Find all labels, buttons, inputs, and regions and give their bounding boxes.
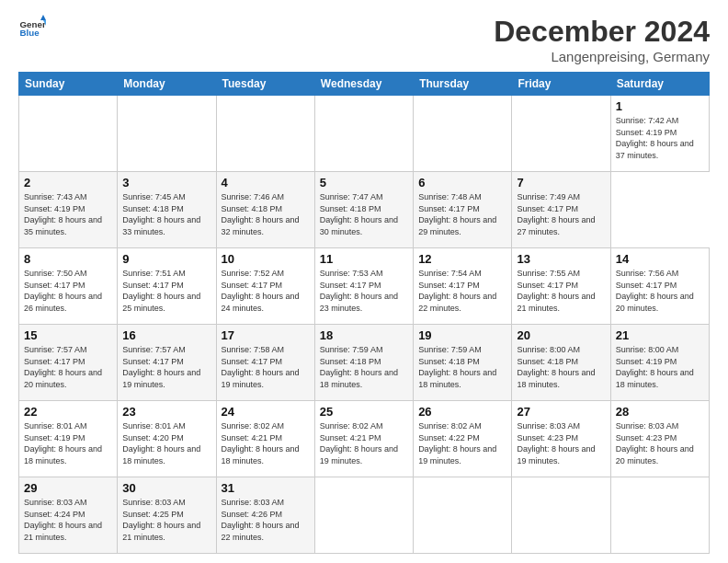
calendar-empty-cell (610, 477, 709, 554)
day-number: 9 (122, 252, 210, 266)
logo-icon: General Blue (18, 15, 46, 42)
day-number: 15 (24, 328, 112, 342)
calendar-empty-cell (512, 477, 610, 554)
calendar-empty-cell (512, 96, 610, 172)
calendar-day-cell: 7 Sunrise: 7:49 AMSunset: 4:17 PMDayligh… (512, 172, 610, 248)
location-title: Langenpreising, Germany (494, 49, 710, 64)
day-number: 22 (24, 405, 112, 419)
calendar-day-cell: 11 Sunrise: 7:53 AMSunset: 4:17 PMDaylig… (314, 248, 413, 325)
day-info: Sunrise: 7:45 AMSunset: 4:18 PMDaylight:… (122, 192, 200, 236)
calendar-day-cell: 12 Sunrise: 7:54 AMSunset: 4:17 PMDaylig… (414, 248, 512, 325)
calendar-day-cell: 26 Sunrise: 8:02 AMSunset: 4:22 PMDaylig… (414, 401, 512, 477)
calendar-day-cell: 8 Sunrise: 7:50 AMSunset: 4:17 PMDayligh… (19, 248, 118, 325)
calendar-week-row: 22 Sunrise: 8:01 AMSunset: 4:19 PMDaylig… (19, 401, 710, 477)
day-info: Sunrise: 7:59 AMSunset: 4:18 PMDaylight:… (418, 345, 496, 389)
day-info: Sunrise: 8:02 AMSunset: 4:21 PMDaylight:… (222, 421, 300, 465)
day-info: Sunrise: 8:00 AMSunset: 4:18 PMDaylight:… (517, 345, 595, 389)
day-info: Sunrise: 8:01 AMSunset: 4:20 PMDaylight:… (122, 421, 200, 465)
day-number: 26 (418, 405, 506, 419)
day-info: Sunrise: 7:57 AMSunset: 4:17 PMDaylight:… (24, 345, 102, 389)
day-info: Sunrise: 7:49 AMSunset: 4:17 PMDaylight:… (517, 192, 595, 236)
calendar-day-cell: 24 Sunrise: 8:02 AMSunset: 4:21 PMDaylig… (216, 401, 314, 477)
calendar-day-cell: 14 Sunrise: 7:56 AMSunset: 4:17 PMDaylig… (610, 248, 709, 325)
day-info: Sunrise: 8:03 AMSunset: 4:25 PMDaylight:… (122, 498, 200, 542)
day-number: 28 (616, 405, 704, 419)
title-block: December 2024 Langenpreising, Germany (494, 15, 710, 64)
calendar-empty-cell (314, 477, 413, 554)
calendar-header-cell: Monday (118, 73, 216, 96)
day-info: Sunrise: 7:55 AMSunset: 4:17 PMDaylight:… (517, 269, 595, 313)
calendar-day-cell: 23 Sunrise: 8:01 AMSunset: 4:20 PMDaylig… (118, 401, 216, 477)
calendar-day-cell: 20 Sunrise: 8:00 AMSunset: 4:18 PMDaylig… (512, 325, 610, 401)
calendar-day-cell: 22 Sunrise: 8:01 AMSunset: 4:19 PMDaylig… (19, 401, 118, 477)
day-info: Sunrise: 8:03 AMSunset: 4:24 PMDaylight:… (24, 498, 102, 542)
calendar-empty-cell (19, 96, 118, 172)
day-info: Sunrise: 8:03 AMSunset: 4:23 PMDaylight:… (517, 421, 595, 465)
calendar-header-cell: Wednesday (314, 73, 413, 96)
calendar-header-cell: Saturday (610, 73, 709, 96)
calendar-empty-cell (118, 96, 216, 172)
day-number: 27 (517, 405, 605, 419)
day-info: Sunrise: 7:51 AMSunset: 4:17 PMDaylight:… (122, 269, 200, 313)
calendar-day-cell: 28 Sunrise: 8:03 AMSunset: 4:23 PMDaylig… (610, 401, 709, 477)
day-number: 2 (24, 176, 112, 190)
day-number: 8 (24, 252, 112, 266)
day-number: 17 (222, 328, 310, 342)
calendar-day-cell: 5 Sunrise: 7:47 AMSunset: 4:18 PMDayligh… (314, 172, 413, 248)
month-title: December 2024 (494, 15, 710, 49)
calendar-day-cell: 31 Sunrise: 8:03 AMSunset: 4:26 PMDaylig… (216, 477, 314, 554)
day-number: 19 (418, 328, 506, 342)
day-info: Sunrise: 7:56 AMSunset: 4:17 PMDaylight:… (616, 269, 694, 313)
calendar-day-cell: 3 Sunrise: 7:45 AMSunset: 4:18 PMDayligh… (118, 172, 216, 248)
header: General Blue December 2024 Langenpreisin… (18, 15, 710, 64)
calendar-table: SundayMondayTuesdayWednesdayThursdayFrid… (18, 72, 710, 554)
day-number: 10 (222, 252, 310, 266)
calendar-day-cell: 17 Sunrise: 7:58 AMSunset: 4:17 PMDaylig… (216, 325, 314, 401)
calendar-week-row: 1 Sunrise: 7:42 AMSunset: 4:19 PMDayligh… (19, 96, 710, 172)
svg-text:Blue: Blue (20, 28, 40, 38)
day-info: Sunrise: 7:57 AMSunset: 4:17 PMDaylight:… (122, 345, 200, 389)
day-number: 11 (320, 252, 408, 266)
calendar-day-cell: 2 Sunrise: 7:43 AMSunset: 4:19 PMDayligh… (19, 172, 118, 248)
day-info: Sunrise: 7:52 AMSunset: 4:17 PMDaylight:… (222, 269, 300, 313)
calendar-week-row: 2 Sunrise: 7:43 AMSunset: 4:19 PMDayligh… (19, 172, 710, 248)
day-number: 23 (122, 405, 210, 419)
calendar-day-cell: 18 Sunrise: 7:59 AMSunset: 4:18 PMDaylig… (314, 325, 413, 401)
day-number: 31 (222, 481, 310, 495)
day-number: 7 (517, 176, 605, 190)
day-number: 1 (616, 99, 704, 113)
day-number: 14 (616, 252, 704, 266)
calendar-header-cell: Friday (512, 73, 610, 96)
day-info: Sunrise: 7:46 AMSunset: 4:18 PMDaylight:… (222, 192, 300, 236)
day-info: Sunrise: 7:54 AMSunset: 4:17 PMDaylight:… (418, 269, 496, 313)
calendar-empty-cell (414, 96, 512, 172)
day-info: Sunrise: 7:58 AMSunset: 4:17 PMDaylight:… (222, 345, 300, 389)
day-number: 16 (122, 328, 210, 342)
calendar-body: 1 Sunrise: 7:42 AMSunset: 4:19 PMDayligh… (19, 96, 710, 554)
calendar-header-row: SundayMondayTuesdayWednesdayThursdayFrid… (19, 73, 710, 96)
day-number: 21 (616, 328, 704, 342)
day-info: Sunrise: 7:42 AMSunset: 4:19 PMDaylight:… (616, 116, 694, 160)
day-number: 13 (517, 252, 605, 266)
calendar-day-cell: 4 Sunrise: 7:46 AMSunset: 4:18 PMDayligh… (216, 172, 314, 248)
calendar-day-cell: 6 Sunrise: 7:48 AMSunset: 4:17 PMDayligh… (414, 172, 512, 248)
day-number: 18 (320, 328, 408, 342)
day-info: Sunrise: 7:43 AMSunset: 4:19 PMDaylight:… (24, 192, 102, 236)
svg-marker-2 (40, 15, 46, 20)
calendar-header-cell: Sunday (19, 73, 118, 96)
calendar-header-cell: Thursday (414, 73, 512, 96)
calendar-week-row: 29 Sunrise: 8:03 AMSunset: 4:24 PMDaylig… (19, 477, 710, 554)
calendar-day-cell: 19 Sunrise: 7:59 AMSunset: 4:18 PMDaylig… (414, 325, 512, 401)
calendar-week-row: 8 Sunrise: 7:50 AMSunset: 4:17 PMDayligh… (19, 248, 710, 325)
calendar-empty-cell (216, 96, 314, 172)
calendar-day-cell: 10 Sunrise: 7:52 AMSunset: 4:17 PMDaylig… (216, 248, 314, 325)
day-number: 3 (122, 176, 210, 190)
day-info: Sunrise: 8:03 AMSunset: 4:26 PMDaylight:… (222, 498, 300, 542)
day-number: 20 (517, 328, 605, 342)
calendar-day-cell: 30 Sunrise: 8:03 AMSunset: 4:25 PMDaylig… (118, 477, 216, 554)
day-number: 29 (24, 481, 112, 495)
day-info: Sunrise: 7:53 AMSunset: 4:17 PMDaylight:… (320, 269, 398, 313)
day-number: 6 (418, 176, 506, 190)
day-info: Sunrise: 7:48 AMSunset: 4:17 PMDaylight:… (418, 192, 496, 236)
day-info: Sunrise: 8:02 AMSunset: 4:21 PMDaylight:… (320, 421, 398, 465)
